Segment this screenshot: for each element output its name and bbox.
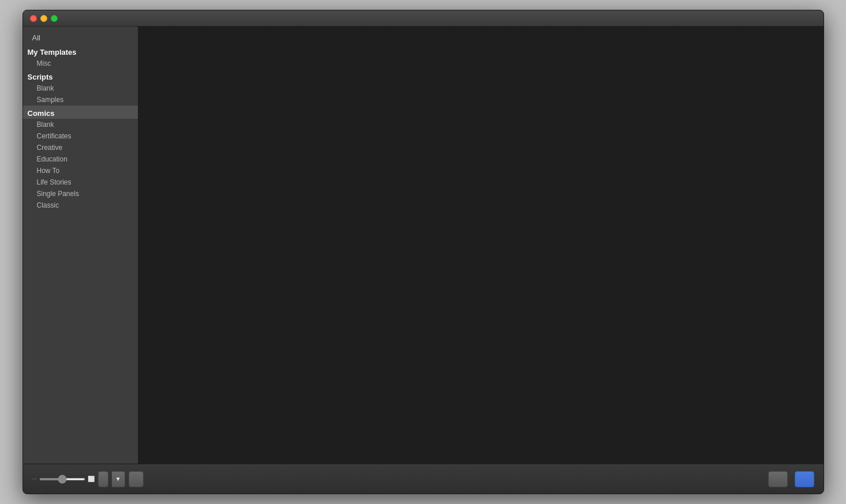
sidebar-item-classic[interactable]: Classic	[23, 200, 138, 211]
sidebar-item-single-panels[interactable]: Single Panels	[23, 188, 138, 200]
content-area	[138, 27, 824, 464]
slider-dots-icon: ···	[32, 476, 37, 482]
sidebar-item-how-to[interactable]: How To	[23, 165, 138, 176]
sidebar-item-scripts[interactable]: Scripts	[23, 69, 138, 82]
sidebar-item-certificates[interactable]: Certificates	[23, 130, 138, 142]
maximize-button[interactable]	[51, 15, 58, 22]
slider-dots-large-icon: ⬜	[88, 476, 95, 482]
sidebar-item-education[interactable]: Education	[23, 153, 138, 165]
sidebar-item-comics[interactable]: Comics	[23, 106, 138, 119]
template-chooser-window: All My Templates Misc Scripts Blank Samp…	[22, 10, 824, 494]
choose-button[interactable]	[795, 471, 814, 487]
traffic-lights	[30, 15, 58, 22]
titlebar	[23, 10, 824, 27]
sidebar-item-life-stories[interactable]: Life Stories	[23, 176, 138, 188]
sidebar-item-misc[interactable]: Misc	[23, 58, 138, 69]
sidebar-item-samples[interactable]: Samples	[23, 94, 138, 106]
sidebar-item-comics-blank[interactable]: Blank	[23, 119, 138, 130]
sidebar: All My Templates Misc Scripts Blank Samp…	[23, 27, 138, 464]
open-recent-dropdown[interactable]: ▼	[112, 471, 125, 487]
size-slider[interactable]	[39, 478, 85, 480]
sidebar-item-blank[interactable]: Blank	[23, 82, 138, 94]
open-existing-button[interactable]	[129, 471, 144, 487]
sidebar-item-my-templates[interactable]: My Templates	[23, 44, 138, 58]
sidebar-item-all[interactable]: All	[23, 31, 138, 44]
cancel-button[interactable]	[768, 471, 788, 487]
bottom-bar: ··· ⬜ ▼	[23, 464, 824, 494]
main-content: All My Templates Misc Scripts Blank Samp…	[23, 27, 824, 464]
sidebar-item-creative[interactable]: Creative	[23, 142, 138, 153]
open-recent-button[interactable]	[98, 471, 108, 487]
template-grid	[144, 32, 818, 37]
slider-container: ··· ⬜	[32, 476, 95, 482]
minimize-button[interactable]	[40, 15, 47, 22]
bottom-bar-left: ··· ⬜ ▼	[32, 471, 761, 487]
close-button[interactable]	[30, 15, 37, 22]
